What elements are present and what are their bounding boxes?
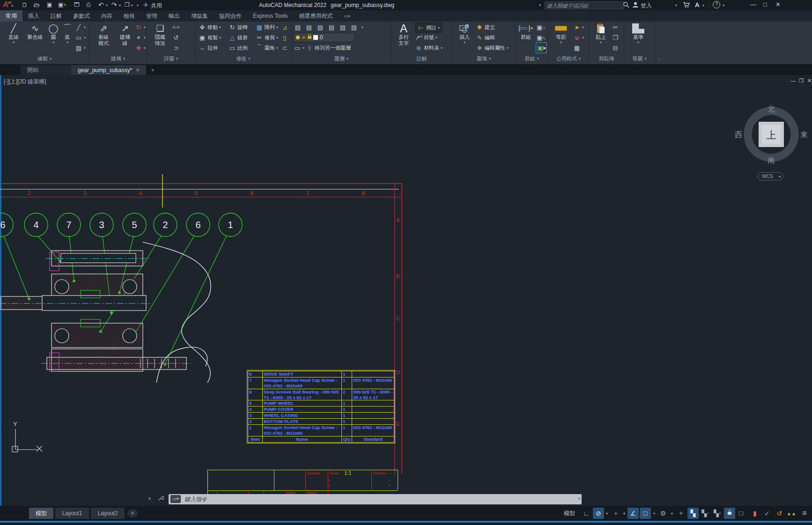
group-edit-button[interactable]: ▣✎ [537, 33, 544, 42]
polyline-button[interactable]: ∿聚合線 [24, 22, 46, 40]
app-store-cart-icon[interactable] [683, 1, 690, 8]
line-button[interactable]: ╱直線▾ [4, 22, 23, 44]
command-history-up-icon[interactable]: ▴ [578, 495, 580, 500]
print-icon[interactable]: ⎙ [86, 1, 91, 8]
command-prompt[interactable]: 鍵入指令 [185, 495, 207, 503]
panel-detail[interactable]: 詳圖▾ [147, 54, 195, 63]
quick-calculator-button[interactable]: ▦ [573, 43, 581, 52]
file-tab-close-icon[interactable]: ✕ [136, 67, 140, 73]
dimension-button[interactable]: ⊢標註▾ [415, 22, 442, 33]
panel-clipboard[interactable]: 剪貼簿 [589, 54, 624, 63]
layer-combo[interactable]: ☀ 0 [294, 33, 354, 42]
construction-line-button[interactable]: ╱▾ [75, 22, 86, 32]
rectangle-button[interactable]: ▭▾ [75, 33, 86, 42]
sign-in-dropdown-icon[interactable]: ▾ [675, 3, 677, 7]
model-space-toggle[interactable]: 模型 [560, 508, 579, 519]
paste-special-button[interactable]: ⊟ [612, 43, 619, 52]
layer-isolate-icon[interactable]: ▤ [317, 24, 324, 31]
tab-collaborate[interactable]: 協同合作 [214, 10, 247, 22]
infocenter-collapse-icon[interactable]: ▸ [539, 3, 541, 7]
viewcube-south[interactable]: 南 [768, 156, 775, 164]
snap-magnet-button[interactable]: ∪▾ [573, 33, 584, 42]
customization-menu-icon[interactable]: ≡ [799, 508, 810, 519]
layer-off-icon[interactable]: ▤ [305, 24, 313, 31]
save-as-icon[interactable]: ▣✎ [58, 1, 67, 8]
panel-modify[interactable]: 修改▾ [195, 54, 291, 63]
copy-button[interactable]: ▣複製▾ [199, 33, 221, 42]
tab-manage[interactable]: 管理 [140, 10, 163, 22]
balloons[interactable]: 6 4 7 3 5 2 6 1 [0, 213, 242, 237]
object-snap-icon[interactable]: □ [640, 508, 651, 519]
model-tab[interactable]: 模型 [29, 508, 53, 519]
layer-properties-icon[interactable]: ▤ [294, 24, 302, 31]
file-tab-start[interactable]: 開始 [21, 65, 71, 75]
wcs-label[interactable]: WCS [762, 174, 773, 179]
panel-utilities[interactable]: 公用程式▾ [548, 54, 589, 63]
undo-icon[interactable]: ↶ [98, 1, 104, 8]
detail-circle-button[interactable]: ↺ [172, 33, 180, 42]
app-menu-button[interactable]: AM▾ [3, 0, 13, 9]
construction-line-mode-button[interactable]: ↗建構 線 [115, 22, 135, 46]
rotate-button[interactable]: ↻旋轉 [229, 22, 248, 32]
tab-addins[interactable]: 增益集 [185, 10, 214, 22]
graphics-performance-icon[interactable]: ↺ [774, 508, 785, 519]
command-close-icon[interactable]: × [148, 495, 151, 502]
polar-dropdown-icon[interactable]: ▾ [605, 508, 609, 519]
hatch-button[interactable]: ▨▾ [75, 43, 86, 52]
base-view-button[interactable]: 基準▾ [628, 22, 648, 44]
annotation-visibility-icon[interactable]: ▚ [687, 508, 699, 519]
layer-tools-dropdown-icon[interactable]: ▾ [362, 25, 363, 30]
clean-screen-icon[interactable]: ▲▲ [786, 508, 797, 519]
command-options-button[interactable]: ▭▾ [170, 495, 181, 503]
hide-situation-button[interactable]: ❏隱藏 情況 [150, 22, 170, 46]
scale-button[interactable]: ▭比例 [229, 43, 248, 52]
tab-view[interactable]: 檢視 [118, 10, 140, 22]
autodesk-dropdown-icon[interactable]: ▾ [702, 3, 704, 7]
help-icon[interactable]: ? [713, 1, 720, 8]
copy-clip-button[interactable]: ❐ [612, 33, 619, 42]
sign-in-label[interactable]: 登入 [641, 2, 652, 10]
mirror-button[interactable]: △鏡射 [229, 33, 248, 42]
circle-button[interactable]: ◯圓▾ [47, 22, 60, 44]
object-snap-dropdown-icon[interactable]: ▾ [652, 508, 657, 519]
user-icon[interactable] [632, 1, 639, 8]
layout2-tab[interactable]: Layout2 [91, 508, 125, 519]
close-button[interactable]: ✕ [775, 1, 781, 8]
command-customize-wrench-icon[interactable] [157, 495, 164, 503]
file-tab-document[interactable]: gear_pump_subassy* ✕ [71, 65, 146, 75]
layer-match-icon[interactable]: ▤ [350, 24, 358, 31]
new-layout-button[interactable]: + [127, 509, 138, 518]
command-input-strip[interactable]: ▭▾ 鍵入指令 ▴ [169, 494, 582, 504]
infocenter-search-input[interactable] [545, 1, 624, 9]
new-drawing-tab-button[interactable]: + [146, 65, 159, 75]
panel-group[interactable]: 群組▾ [516, 54, 548, 63]
autodesk-app-icon[interactable]: A [695, 1, 699, 8]
undo-dropdown-icon[interactable]: ▾ [106, 3, 108, 7]
grid-snap-icon[interactable]: ∟ [581, 508, 592, 519]
viewcube[interactable]: 北 南 西 東 上 WCS ▾ [735, 105, 808, 180]
bom-table[interactable]: 8DRIVE SHAFT1 7Hexagon Socket Head Cap S… [247, 370, 395, 444]
object-snap-tracking-icon[interactable]: ∠ [627, 508, 639, 519]
isolate-objects-icon[interactable]: ▮ [749, 508, 760, 519]
symbol-button[interactable]: ↗A符號▾ [415, 33, 437, 42]
isometric-drafting-icon[interactable]: + [610, 508, 621, 519]
open-folder-icon[interactable]: 🗁 [34, 1, 40, 8]
tab-content[interactable]: 內容 [96, 10, 118, 22]
share-icon[interactable]: ✈ [143, 1, 148, 8]
maximize-button[interactable]: □ [763, 1, 767, 8]
layer-freeze-icon[interactable]: ▤ [328, 24, 335, 31]
bom-button[interactable]: ⊗材料表▾ [415, 43, 443, 52]
redo-dropdown-icon[interactable]: ▾ [119, 3, 121, 7]
qat-more-icon[interactable]: ▾ [137, 3, 139, 7]
layout-switch-icon[interactable]: ❐ [125, 1, 130, 8]
gear-dropdown-icon[interactable]: ▾ [670, 508, 674, 519]
layer-tools-row[interactable]: ▤▤▤▤▤▤▾ [294, 22, 363, 32]
paste-button[interactable]: 貼上▾ [592, 22, 610, 44]
panel-construct[interactable]: 建構▾ [89, 54, 147, 63]
tab-parametric[interactable]: 參數式 [67, 10, 96, 22]
gear-icon[interactable]: ⚙ [657, 508, 669, 519]
drawing-standards-check-icon[interactable]: ✓ [761, 508, 773, 519]
tab-insert[interactable]: 插入 [22, 10, 45, 22]
panel-draw[interactable]: 繪製▾ [0, 54, 89, 63]
move-to-layer-button[interactable]: ▭▾ ⇪ 移到另一個圖層 [294, 43, 351, 52]
